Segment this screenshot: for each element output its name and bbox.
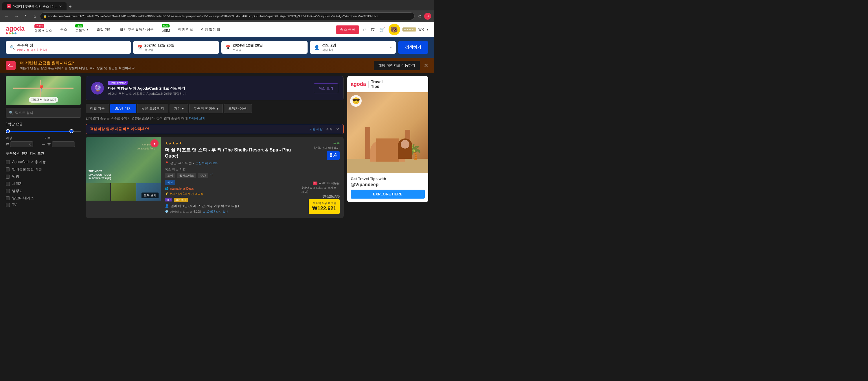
perk1-text: 얼리 체크인 (최대 2시간, 제공 가능 여부에 따름) [171, 204, 239, 208]
reload-btn[interactable]: ↻ [23, 13, 30, 20]
favorite-btn[interactable]: ♥ [151, 139, 159, 147]
view-all-btn[interactable]: 모두 보기 [142, 193, 159, 198]
center-content: 🔮 PREFERRED 다음 여행을 위해 AgodaCash 2배로 적립하기… [86, 76, 344, 221]
active-tab[interactable]: A 아고다 | 푸꾸옥 섬의 숙소 | 이... ✕ [2, 2, 66, 10]
checkbox-heating[interactable] [6, 175, 10, 179]
slider-thumb-right[interactable] [69, 129, 73, 133]
sort-tab-distance[interactable]: 거리 ▾ [169, 104, 188, 113]
condition-label-4[interactable]: 냉장고 [12, 188, 23, 194]
checkbox-agodacash[interactable] [6, 160, 10, 164]
checkbox-tv[interactable] [6, 203, 10, 207]
address-bar[interactable]: 🔒 agoda.com/ko-kr/search?guid=432582e5-b… [40, 12, 414, 20]
nav-items: 큰 할인 항공 + 숙소 숙소 NEW 교통편 ▾ 즐길 거리 할인 쿠폰 & … [30, 22, 336, 37]
nav-badge-new-esim: NEW [162, 24, 169, 28]
sort-tab-best-match[interactable]: BEST 매치 [110, 104, 136, 113]
price-max-input[interactable]: 7,177,320 [52, 141, 75, 147]
thumb-1[interactable] [86, 183, 110, 201]
preferred-view-btn[interactable]: 숙소 보기 [314, 83, 338, 93]
cashback-icon: 💎 [165, 210, 168, 213]
checkbox-fridge[interactable] [6, 189, 10, 193]
thumb-2[interactable] [111, 183, 135, 201]
nav-item-esim[interactable]: NEW eSIM [158, 22, 174, 37]
condition-label-2[interactable]: 난방 [12, 174, 19, 179]
checkout-day: 토요일 [232, 48, 303, 52]
points-applied: ② W 31102 적용됨 [313, 181, 340, 185]
forward-btn[interactable]: → [13, 13, 20, 20]
promo-cta-btn[interactable]: 해당 페이지로 이동하기 [374, 61, 420, 70]
sort-tab-low-price[interactable]: 낮은 요금 먼저 [137, 104, 169, 113]
preferred-banner: 🔮 PREFERRED 다음 여행을 위해 AgodaCash 2배로 적립하기… [86, 76, 344, 100]
cart-btn[interactable]: 🛒 [378, 26, 386, 34]
ad-handle: @Vipandeep [351, 182, 425, 187]
search-button[interactable]: 검색하기 [398, 41, 428, 54]
promo-close-btn[interactable]: ✕ [424, 63, 428, 69]
checkin-field[interactable]: 📅 2024년 12월 26일 목요일 [133, 41, 219, 54]
condition-label-0[interactable]: AgodaCash 사용 가능 [12, 160, 46, 165]
profile-btn[interactable]: S [424, 13, 431, 20]
amenity-1: 웰컴드링크 [177, 173, 196, 178]
rooms-value: 객실 1개 [322, 48, 388, 52]
points-dropdown[interactable]: ▾ [427, 28, 428, 32]
text-search-field[interactable]: 🔍 [6, 108, 81, 118]
register-hotel-btn[interactable]: 숙소 등록 [336, 26, 359, 34]
text-search-input[interactable] [15, 111, 78, 115]
nav-item-activities[interactable]: 즐길 거리 [93, 22, 116, 37]
nav-item-hotel[interactable]: 숙소 [56, 22, 71, 37]
nav-item-transport[interactable]: NEW 교통편 ▾ [71, 22, 93, 37]
flash-include-link[interactable]: 포함 사항 [309, 127, 322, 131]
condition-label-6[interactable]: TV [12, 203, 17, 207]
ad-building-body [376, 138, 399, 162]
nav-item-flight-hotel[interactable]: 큰 할인 항공 + 숙소 [30, 22, 56, 37]
final-price[interactable]: ₩122,621 [312, 205, 336, 212]
home-btn[interactable]: ⌂ [32, 13, 38, 20]
ssib-row: 씨뷰 [165, 180, 293, 185]
dropdown-icon: ▾ [87, 28, 89, 32]
checkbox-washer[interactable] [6, 182, 10, 186]
sort-tab-rating[interactable]: 투숙객 평점순 ▾ [189, 104, 222, 113]
agoda-logo[interactable]: agoda [6, 25, 25, 34]
slider-thumb-left[interactable] [6, 129, 10, 133]
browser-chrome: A 아고다 | 푸꾸옥 섬의 숙소 | 이... ✕ + [0, 0, 434, 10]
amenity-more[interactable]: +4 [210, 173, 213, 178]
back-btn[interactable]: ← [3, 13, 10, 20]
ad-header: agoda TravelTips [347, 76, 428, 92]
deals-icon: 🌐 [165, 187, 168, 190]
sort-tab-special[interactable]: 초특가 상품! [224, 104, 252, 113]
rating-dropdown-icon: ▾ [217, 107, 218, 111]
checkbox-balcony[interactable] [6, 196, 10, 200]
destination-field[interactable]: 🔍 푸꾸옥 섬 예약 가능 숙소 1,441개 [6, 41, 131, 54]
flash-text: 객실 마감 임박! 지금 바로 예약하세요! [90, 127, 149, 132]
nav-item-coupons[interactable]: 할인 쿠폰 & 특가 상품 [116, 22, 158, 37]
hotel-images: Our perfectgetaway is here THE MOSTSPACI… [86, 137, 161, 218]
new-tab-btn[interactable]: + [66, 3, 74, 10]
tab-favicon: A [7, 4, 11, 8]
location-distance[interactable]: 도심까지 2.8km [195, 161, 218, 165]
nav-item-travel-info[interactable]: 여행 정보 [174, 22, 197, 37]
condition-label-3[interactable]: 세탁기 [12, 181, 23, 186]
currency-btn[interactable]: ₩ [370, 26, 376, 33]
hotel-main-image[interactable]: Our perfectgetaway is here THE MOSTSPACI… [86, 137, 161, 183]
condition-label-5[interactable]: 발코니/테라스 [12, 196, 34, 201]
available-count: 예약 가능 숙소 1,441개 [17, 48, 127, 52]
ad-explore-btn[interactable]: EXPLORE HERE [351, 189, 425, 199]
hotel-name[interactable]: 더 쉘 리조트 앤 스파 - 푸 꿕 (The Shells Resort & … [165, 147, 293, 159]
price-slider-track[interactable] [6, 131, 81, 132]
condition-label-1[interactable]: 반려동물 동반 가능 [12, 167, 42, 172]
nav-label-1: 숙소 [60, 27, 67, 32]
nav-label-3: 즐길 거리 [97, 27, 112, 32]
exchange-icon-btn[interactable]: ⇄ [361, 26, 367, 33]
checkout-field[interactable]: 📅 2024년 12월 28일 토요일 [221, 41, 307, 54]
tab-close-btn[interactable]: ✕ [59, 4, 62, 8]
map-preview[interactable]: 📍 지도에서 숙소 보기 [6, 76, 81, 105]
nav-item-itinerary[interactable]: 여행 일정 팁 [197, 22, 224, 37]
price-min-input[interactable] [10, 141, 33, 147]
thumb-3[interactable]: 모두 보기 [136, 183, 161, 201]
user-avatar[interactable]: 🐻 [389, 24, 400, 35]
flash-close-btn[interactable]: ✕ [336, 127, 339, 132]
sort-note-link[interactable]: 자세히 보기. [189, 116, 206, 120]
extensions-btn[interactable]: ⚙ [417, 13, 423, 20]
guests-field[interactable]: 👤 성인 2명 객실 1개 ▾ [310, 41, 396, 54]
checkbox-pets[interactable] [6, 167, 10, 171]
sort-tab-criteria[interactable]: 정렬 기준 [86, 104, 109, 113]
points-display: ₩ 0 [418, 28, 424, 32]
